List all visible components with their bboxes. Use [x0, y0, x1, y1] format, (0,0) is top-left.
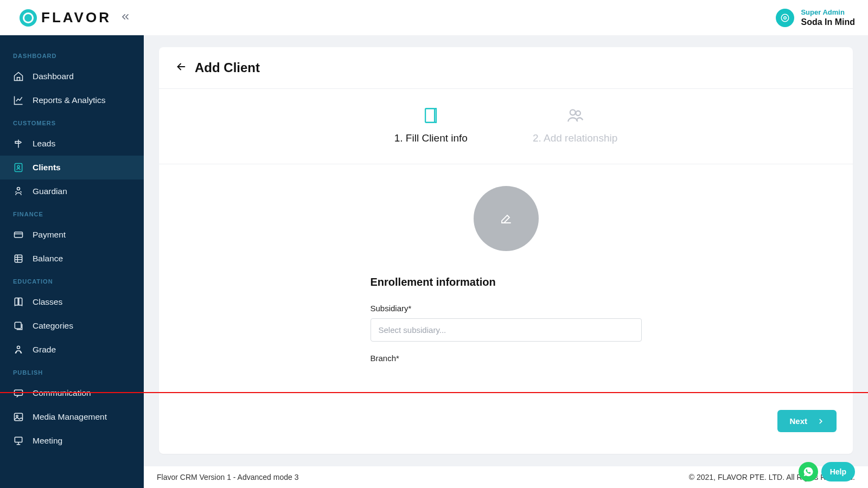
step-label: 1. Fill Client info — [394, 132, 468, 144]
svg-point-4 — [17, 188, 20, 190]
svg-point-14 — [570, 110, 576, 115]
credit-card-icon — [13, 229, 24, 240]
stepper: 1. Fill Client info 2. Add relationship — [159, 89, 853, 164]
chat-icon — [13, 388, 24, 399]
sidebar-item-label: Payment — [33, 230, 66, 240]
main-content: Add Client 1. Fill Client info 2. Add re… — [144, 35, 868, 466]
svg-rect-12 — [15, 437, 22, 442]
section-title: Enrollement information — [371, 276, 642, 288]
sidebar-item-label: Clients — [33, 163, 61, 172]
svg-point-1 — [784, 16, 787, 19]
sidebar-item-label: Balance — [33, 254, 63, 264]
svg-point-11 — [16, 415, 18, 417]
sidebar-item-payment[interactable]: Payment — [0, 223, 144, 247]
step-relationship[interactable]: 2. Add relationship — [533, 106, 617, 144]
chevrons-left-icon — [120, 11, 131, 22]
brand[interactable]: FLAVOR — [20, 9, 111, 27]
contact-icon — [13, 162, 24, 173]
sidebar-item-label: Reports & Analytics — [33, 95, 105, 105]
divider-line — [0, 392, 868, 393]
form: Enrollement information Subsidiary* Sele… — [371, 164, 642, 375]
sidebar-item-label: Leads — [33, 139, 55, 149]
sidebar-item-grade[interactable]: Grade — [0, 338, 144, 362]
topbar: FLAVOR Super Admin Soda In Mind — [0, 0, 868, 35]
page-title: Add Client — [195, 60, 260, 75]
sidebar-item-meeting[interactable]: Meeting — [0, 429, 144, 453]
step-label: 2. Add relationship — [533, 132, 617, 144]
home-icon — [13, 71, 24, 82]
sidebar-item-categories[interactable]: Categories — [0, 314, 144, 338]
book-icon — [13, 297, 24, 307]
brand-mark-icon — [20, 9, 37, 27]
sidebar: DASHBOARD Dashboard Reports & Analytics … — [0, 35, 144, 488]
sidebar-item-label: Media Management — [33, 412, 107, 422]
sidebar-item-label: Communication — [33, 388, 91, 398]
user-menu[interactable]: Super Admin Soda In Mind — [776, 8, 855, 27]
image-icon — [13, 412, 24, 422]
sidebar-item-label: Guardian — [33, 187, 67, 196]
svg-point-15 — [576, 111, 580, 116]
chart-icon — [13, 95, 24, 106]
help-button[interactable]: Help — [821, 462, 855, 481]
presentation-icon — [13, 435, 24, 446]
svg-point-3 — [17, 165, 20, 168]
card-footer: Next — [159, 399, 853, 454]
avatar-upload[interactable] — [474, 186, 539, 251]
sidebar-item-dashboard[interactable]: Dashboard — [0, 65, 144, 88]
svg-point-8 — [17, 346, 20, 349]
sidebar-item-label: Dashboard — [33, 72, 74, 81]
edit-icon — [500, 212, 513, 225]
sidebar-item-classes[interactable]: Classes — [0, 290, 144, 314]
sidebar-item-communication[interactable]: Communication — [0, 381, 144, 405]
sidebar-section-publish: PUBLISH — [0, 362, 144, 381]
form-icon — [422, 106, 440, 125]
sidebar-item-media[interactable]: Media Management — [0, 405, 144, 429]
svg-rect-5 — [15, 232, 23, 237]
stack-icon — [13, 320, 24, 331]
spreadsheet-icon — [13, 253, 24, 264]
sidebar-section-customers: CUSTOMERS — [0, 112, 144, 132]
footer-version: Flavor CRM Version 1 - Advanced mode 3 — [157, 473, 298, 481]
guardian-icon — [13, 186, 24, 197]
sidebar-section-finance: FINANCE — [0, 203, 144, 223]
next-button[interactable]: Next — [777, 410, 837, 432]
chevron-right-icon — [817, 418, 825, 425]
whatsapp-button[interactable] — [799, 462, 818, 481]
brand-name: FLAVOR — [41, 9, 111, 26]
svg-point-0 — [782, 14, 789, 22]
step-client-info[interactable]: 1. Fill Client info — [394, 106, 468, 144]
sidebar-item-balance[interactable]: Balance — [0, 247, 144, 271]
sidebar-item-label: Grade — [33, 345, 56, 355]
sidebar-section-dashboard: DASHBOARD — [0, 45, 144, 65]
footer: Flavor CRM Version 1 - Advanced mode 3 ©… — [144, 466, 868, 488]
field-label: Branch* — [371, 354, 642, 363]
user-name: Soda In Mind — [801, 17, 855, 27]
sidebar-item-guardian[interactable]: Guardian — [0, 179, 144, 203]
whatsapp-icon — [803, 466, 814, 477]
svg-rect-13 — [425, 108, 435, 123]
signpost-icon — [13, 138, 24, 149]
sidebar-section-education: EDUCATION — [0, 271, 144, 290]
back-button[interactable] — [175, 61, 187, 75]
user-role: Super Admin — [801, 8, 855, 17]
users-icon — [566, 106, 584, 125]
field-branch: Branch* — [371, 354, 642, 363]
next-button-label: Next — [789, 416, 807, 426]
svg-rect-6 — [15, 255, 22, 262]
sidebar-item-label: Classes — [33, 297, 62, 307]
card-header: Add Client — [159, 47, 853, 89]
svg-rect-7 — [15, 322, 21, 329]
sidebar-collapse-button[interactable] — [120, 11, 131, 24]
sidebar-item-label: Meeting — [33, 436, 62, 446]
field-label: Subsidiary* — [371, 304, 642, 313]
field-subsidiary: Subsidiary* Select subsidiary... — [371, 304, 642, 342]
sidebar-item-leads[interactable]: Leads — [0, 132, 144, 156]
avatar-icon — [776, 9, 794, 27]
sidebar-item-label: Categories — [33, 321, 73, 331]
subsidiary-select[interactable]: Select subsidiary... — [371, 318, 642, 342]
svg-rect-10 — [15, 413, 23, 420]
sidebar-item-reports[interactable]: Reports & Analytics — [0, 88, 144, 112]
arrow-left-icon — [175, 61, 187, 73]
sidebar-item-clients[interactable]: Clients — [0, 156, 144, 179]
grade-icon — [13, 344, 24, 355]
